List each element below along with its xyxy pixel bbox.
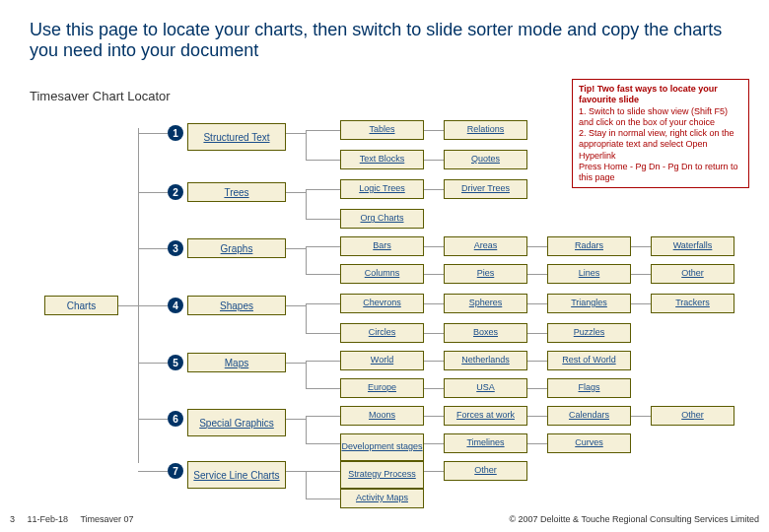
leaf-tables[interactable]: Tables	[340, 120, 424, 140]
leaf-lines[interactable]: Lines	[547, 264, 631, 284]
leaf-development-stages[interactable]: Development stages	[340, 433, 424, 461]
footer: 3 11-Feb-18 Timesaver 07 © 2007 Deloitte…	[10, 514, 759, 524]
leaf-relations[interactable]: Relations	[444, 120, 527, 140]
category-number-4: 4	[168, 298, 183, 313]
leaf-moons[interactable]: Moons	[340, 406, 424, 426]
tip-heading: Tip! Two fast ways to locate your favour…	[579, 84, 718, 104]
category-trees[interactable]: Trees	[187, 182, 286, 202]
leaf-rest-of-world[interactable]: Rest of World	[547, 351, 631, 370]
leaf-other[interactable]: Other	[651, 406, 734, 426]
leaf-bars[interactable]: Bars	[340, 236, 424, 256]
leaf-strategy-process[interactable]: Strategy Process	[340, 461, 424, 489]
leaf-quotes[interactable]: Quotes	[444, 150, 527, 169]
root-charts[interactable]: Charts	[44, 296, 118, 315]
category-service-line-charts[interactable]: Service Line Charts	[187, 461, 286, 489]
leaf-timelines[interactable]: Timelines	[444, 433, 527, 453]
leaf-pies[interactable]: Pies	[444, 264, 527, 284]
connector	[118, 305, 138, 306]
category-maps[interactable]: Maps	[187, 353, 286, 372]
leaf-radars[interactable]: Radars	[547, 236, 631, 256]
category-structured-text[interactable]: Structured Text	[187, 123, 286, 151]
leaf-flags[interactable]: Flags	[547, 378, 631, 398]
category-number-5: 5	[168, 355, 183, 370]
leaf-spheres[interactable]: Spheres	[444, 294, 527, 313]
category-number-7: 7	[168, 463, 183, 479]
leaf-netherlands[interactable]: Netherlands	[444, 351, 527, 370]
page-subtitle: Timesaver Chart Locator	[30, 89, 171, 103]
category-number-6: 6	[168, 411, 183, 427]
leaf-trackers[interactable]: Trackers	[651, 294, 734, 313]
connector	[138, 128, 139, 463]
leaf-circles[interactable]: Circles	[340, 323, 424, 343]
leaf-curves[interactable]: Curves	[547, 433, 631, 453]
leaf-text-blocks[interactable]: Text Blocks	[340, 150, 424, 169]
footer-product: Timesaver 07	[80, 514, 133, 524]
leaf-usa[interactable]: USA	[444, 378, 527, 398]
leaf-puzzles[interactable]: Puzzles	[547, 323, 631, 343]
leaf-calendars[interactable]: Calendars	[547, 406, 631, 426]
leaf-world[interactable]: World	[340, 351, 424, 370]
leaf-columns[interactable]: Columns	[340, 264, 424, 284]
leaf-driver-trees[interactable]: Driver Trees	[444, 179, 527, 199]
leaf-waterfalls[interactable]: Waterfalls	[651, 236, 734, 256]
category-shapes[interactable]: Shapes	[187, 296, 286, 315]
leaf-activity-maps[interactable]: Activity Maps	[340, 489, 424, 508]
leaf-triangles[interactable]: Triangles	[547, 294, 631, 313]
category-special-graphics[interactable]: Special Graphics	[187, 409, 286, 436]
tip-line-2: 2. Stay in normal view, right click on t…	[579, 128, 734, 161]
leaf-europe[interactable]: Europe	[340, 378, 424, 398]
tip-line-3: Press Home - Pg Dn - Pg Dn to return to …	[579, 162, 738, 182]
category-number-2: 2	[168, 184, 183, 200]
leaf-org-charts[interactable]: Org Charts	[340, 209, 424, 229]
category-number-3: 3	[168, 240, 183, 256]
footer-date: 11-Feb-18	[28, 514, 69, 524]
leaf-boxes[interactable]: Boxes	[444, 323, 527, 343]
footer-page: 3	[10, 514, 15, 524]
leaf-chevrons[interactable]: Chevrons	[340, 294, 424, 313]
leaf-other[interactable]: Other	[444, 461, 527, 481]
leaf-forces-at-work[interactable]: Forces at work	[444, 406, 527, 426]
category-graphs[interactable]: Graphs	[187, 238, 286, 258]
leaf-logic-trees[interactable]: Logic Trees	[340, 179, 424, 199]
leaf-other[interactable]: Other	[651, 264, 734, 284]
page-title: Use this page to locate your charts, the…	[30, 20, 739, 61]
leaf-areas[interactable]: Areas	[444, 236, 527, 256]
tip-box: Tip! Two fast ways to locate your favour…	[572, 79, 749, 188]
category-number-1: 1	[168, 125, 183, 141]
footer-copyright: © 2007 Deloitte & Touche Regional Consul…	[509, 514, 759, 524]
tip-line-1: 1. Switch to slide show view (Shift F5) …	[579, 106, 728, 127]
